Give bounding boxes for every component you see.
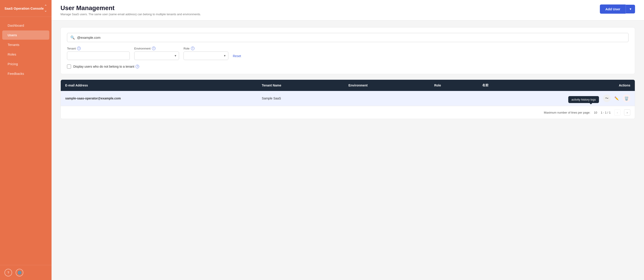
activity-history-button[interactable]: 〜 [603, 94, 610, 102]
table-footer: Maximum number of lines per page: 10 1 -… [61, 106, 635, 119]
tenant-label: Tenant ? [67, 46, 130, 50]
prev-page-button[interactable]: ‹ [614, 109, 620, 116]
no-tenant-help-icon[interactable]: ? [136, 65, 139, 68]
cell-tenant: Sample SaaS [257, 91, 344, 106]
sidebar-footer: ? 🌐 [0, 265, 52, 280]
tenant-filter-group: Tenant ? [67, 46, 130, 60]
help-icon[interactable]: ? [4, 269, 12, 276]
table-body: sample-saas-operator@example.com Sample … [61, 91, 635, 106]
table-row: sample-saas-operator@example.com Sample … [61, 91, 635, 106]
add-user-dropdown-button[interactable]: ▼ [626, 5, 635, 14]
cell-environment [344, 91, 430, 106]
pagination-info: 1 - 1 / 1 [601, 111, 610, 114]
role-select-wrap: ▼ [184, 52, 228, 60]
col-environment: Environment [344, 80, 430, 91]
filter-row: Tenant ? Environment ? ▼ [67, 46, 628, 60]
edit-user-button[interactable]: ✏️ [613, 94, 620, 102]
delete-user-button[interactable]: 🗑️ [623, 94, 630, 102]
sidebar-item-pricing[interactable]: Pricing [2, 59, 49, 68]
lines-per-page-value: 10 [594, 111, 597, 114]
sidebar-header[interactable]: SaaS Operation Console ⌃⌄ [0, 0, 52, 17]
lines-per-page-label: Maximum number of lines per page: [544, 111, 590, 114]
next-page-button[interactable]: › [624, 109, 630, 116]
col-role: Role [430, 80, 478, 91]
checkbox-row: Display users who do not belong to a ten… [67, 64, 628, 68]
search-input[interactable] [77, 36, 625, 40]
role-label: Role ? [184, 46, 228, 50]
role-select[interactable] [184, 52, 228, 60]
sidebar-item-roles[interactable]: Roles [2, 50, 49, 59]
col-tenant: Tenant Name [257, 80, 344, 91]
page-subtitle: Manage SaaS users. The same user (same e… [60, 12, 201, 16]
add-user-btn-group: Add User ▼ [600, 4, 635, 14]
main-content: User Management Manage SaaS users. The s… [52, 0, 644, 280]
environment-filter-group: Environment ? ▼ [134, 46, 179, 60]
sidebar: SaaS Operation Console ⌃⌄ Dashboard User… [0, 0, 52, 280]
table-container: E-mail Address Tenant Name Environment R… [60, 80, 635, 119]
environment-label: Environment ? [134, 46, 179, 50]
globe-icon[interactable]: 🌐 [16, 269, 23, 276]
sidebar-item-tenants[interactable]: Tenants [2, 40, 49, 49]
search-row: 🔍 [67, 33, 628, 42]
environment-select-wrap: ▼ [134, 52, 179, 60]
sidebar-nav: Dashboard Users Tenants Roles Pricing Fe… [0, 17, 52, 265]
add-user-button[interactable]: Add User [600, 4, 626, 14]
cell-role [430, 91, 478, 106]
tenant-input[interactable] [67, 52, 130, 60]
role-help-icon[interactable]: ? [191, 46, 194, 50]
content-area: 🔍 Tenant ? Environment ? [52, 20, 644, 280]
cell-name [478, 91, 524, 106]
environment-select[interactable] [134, 52, 179, 60]
col-email: E-mail Address [61, 80, 257, 91]
no-tenant-checkbox[interactable] [67, 64, 71, 68]
top-bar: User Management Manage SaaS users. The s… [52, 0, 644, 20]
users-table: E-mail Address Tenant Name Environment R… [61, 80, 635, 106]
no-tenant-checkbox-label[interactable]: Display users who do not belong to a ten… [73, 65, 139, 68]
filter-panel: 🔍 Tenant ? Environment ? [60, 27, 635, 74]
table-header: E-mail Address Tenant Name Environment R… [61, 80, 635, 91]
environment-help-icon[interactable]: ? [152, 46, 156, 50]
reset-button[interactable]: Reset [233, 52, 241, 60]
sidebar-item-users[interactable]: Users [2, 30, 49, 40]
cell-email: sample-saas-operator@example.com [61, 91, 257, 106]
chevron-up-down-icon: ⌃⌄ [44, 4, 47, 12]
role-filter-group: Role ? ▼ [184, 46, 228, 60]
sidebar-title: SaaS Operation Console [4, 6, 44, 10]
sidebar-item-dashboard[interactable]: Dashboard [2, 21, 49, 30]
search-icon: 🔍 [70, 36, 75, 40]
tenant-help-icon[interactable]: ? [77, 46, 81, 50]
sidebar-item-feedbacks[interactable]: Feedbacks [2, 69, 49, 78]
col-name: 名前 [478, 80, 524, 91]
page-title-section: User Management Manage SaaS users. The s… [60, 4, 201, 16]
cell-actions: 〜 ✏️ 🗑️ [524, 91, 635, 106]
page-title: User Management [60, 4, 201, 12]
col-actions: Actions [524, 80, 635, 91]
